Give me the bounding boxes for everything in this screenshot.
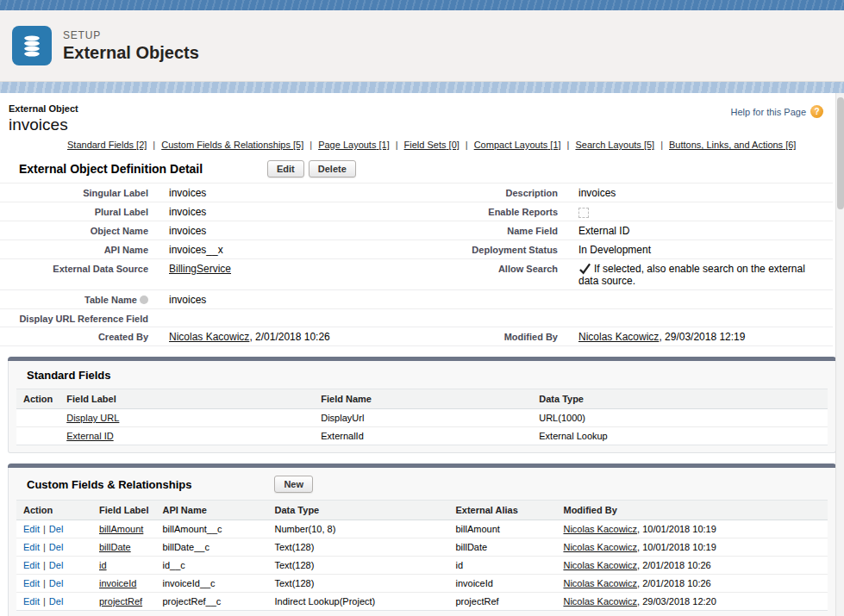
plural-label-value: invoices	[155, 202, 414, 221]
modified-by-cell: Nicolas Kacowicz, 29/03/2018 12:20	[556, 593, 828, 611]
data-type-cell: Indirect Lookup(Project)	[267, 593, 448, 611]
separator	[43, 578, 46, 588]
modified-by-user-link[interactable]: Nicolas Kacowicz	[578, 331, 659, 343]
new-button[interactable]: New	[274, 476, 313, 493]
field-label-link[interactable]: External ID	[66, 431, 113, 441]
data-type-cell: URL(1000)	[532, 409, 828, 427]
singular-label-value: invoices	[155, 184, 414, 202]
object-definition-detail: Singular Label invoices Description invo…	[0, 183, 833, 346]
column-header-data-type: Data Type	[532, 389, 828, 409]
edit-button[interactable]: Edit	[267, 160, 304, 177]
column-header-field-label: Field Label	[92, 501, 155, 520]
separator	[43, 560, 46, 570]
link-custom-fields[interactable]: Custom Fields & Relationships [5]	[161, 140, 303, 150]
object-name-label: Object Name	[0, 221, 155, 240]
api-name-cell: id__c	[155, 557, 267, 575]
action-cell	[16, 409, 59, 427]
action-cell: EditDel	[16, 538, 92, 557]
link-standard-fields[interactable]: Standard Fields [2]	[67, 140, 147, 150]
enable-reports-label: Enable Reports	[414, 202, 565, 221]
help-icon[interactable]	[810, 105, 823, 118]
field-label-link[interactable]: invoiceId	[99, 578, 136, 588]
link-search-layouts[interactable]: Search Layouts [5]	[575, 140, 654, 150]
data-type-cell: Text(128)	[267, 538, 448, 557]
enable-reports-value	[565, 202, 833, 221]
separator	[43, 542, 46, 552]
edit-link[interactable]: Edit	[23, 560, 40, 570]
data-type-cell: External Lookup	[532, 427, 828, 445]
modified-datetime: , 10/01/2018 10:19	[637, 524, 716, 534]
separator	[309, 140, 312, 150]
modified-by-user-link[interactable]: Nicolas Kacowicz	[563, 596, 637, 607]
modified-datetime: , 29/03/2018 12:19	[659, 331, 745, 343]
detail-section-title: External Object Definition Detail	[19, 162, 267, 176]
modified-by-user-link[interactable]: Nicolas Kacowicz	[563, 542, 637, 552]
api-name-cell: projectRef__c	[155, 593, 267, 611]
external-data-source-label: External Data Source	[0, 259, 155, 290]
edit-link[interactable]: Edit	[23, 542, 40, 552]
del-link[interactable]: Del	[49, 542, 64, 552]
link-page-layouts[interactable]: Page Layouts [1]	[318, 140, 390, 150]
modified-by-user-link[interactable]: Nicolas Kacowicz	[563, 524, 637, 534]
modified-datetime: , 2/01/2018 10:26	[637, 578, 711, 588]
decorative-band	[0, 82, 844, 93]
action-cell	[16, 427, 59, 445]
created-by-user-link[interactable]: Nicolas Kacowicz	[169, 331, 249, 343]
help-link-label: Help for this Page	[731, 107, 806, 117]
custom-fields-table: Action Field Label API Name Data Type Ex…	[16, 500, 828, 611]
field-label-link[interactable]: billAmount	[99, 524, 143, 534]
data-type-cell: Number(10, 8)	[267, 520, 448, 538]
api-name-cell: billDate__c	[155, 538, 267, 557]
modified-datetime: , 10/01/2018 10:19	[637, 542, 716, 552]
modified-by-user-link[interactable]: Nicolas Kacowicz	[563, 578, 637, 588]
edit-link[interactable]: Edit	[23, 524, 40, 534]
separator	[660, 140, 663, 150]
custom-fields-title: Custom Fields & Relationships	[27, 478, 191, 491]
description-value: invoices	[565, 184, 833, 202]
delete-button[interactable]: Delete	[309, 160, 356, 177]
table-row: External ID ExternalId External Lookup	[16, 427, 828, 445]
object-name-value: invoices	[155, 221, 414, 240]
field-label-link[interactable]: projectRef	[99, 596, 142, 607]
field-label-link[interactable]: billDate	[99, 542, 131, 552]
api-name-label: API Name	[0, 240, 155, 259]
empty-cell	[414, 290, 565, 309]
external-alias-cell: invoiceId	[448, 575, 556, 593]
separator	[43, 596, 46, 607]
modified-by-user-link[interactable]: Nicolas Kacowicz	[563, 560, 637, 570]
vertical-scrollbar[interactable]	[835, 93, 844, 616]
separator	[43, 524, 46, 534]
scrollbar-thumb[interactable]	[837, 97, 844, 209]
del-link[interactable]: Del	[49, 560, 64, 570]
column-header-external-alias: External Alias	[448, 501, 556, 520]
standard-fields-title: Standard Fields	[27, 369, 111, 382]
table-row: EditDel billAmount billAmount__c Number(…	[16, 520, 828, 538]
empty-cell	[414, 309, 565, 327]
action-cell: EditDel	[16, 593, 92, 611]
deployment-status-value: In Development	[565, 240, 833, 259]
del-link[interactable]: Del	[49, 596, 64, 607]
setup-header: SETUP External Objects	[0, 10, 844, 82]
external-data-source-link[interactable]: BillingService	[169, 263, 231, 275]
del-link[interactable]: Del	[49, 524, 64, 534]
link-compact-layouts[interactable]: Compact Layouts [1]	[474, 140, 561, 150]
api-name-cell: invoiceId__c	[155, 575, 267, 593]
table-row: EditDel billDate billDate__c Text(128) b…	[16, 538, 828, 557]
created-datetime: , 2/01/2018 10:26	[249, 331, 329, 343]
info-icon[interactable]	[140, 296, 148, 304]
external-alias-cell: billAmount	[448, 520, 556, 538]
edit-link[interactable]: Edit	[23, 578, 40, 588]
link-field-sets[interactable]: Field Sets [0]	[404, 140, 460, 150]
page-title: External Objects	[63, 43, 199, 63]
field-label-link[interactable]: Display URL	[66, 413, 119, 423]
link-buttons-links-actions[interactable]: Buttons, Links, and Actions [6]	[669, 140, 796, 150]
field-label-link[interactable]: id	[99, 560, 107, 570]
del-link[interactable]: Del	[49, 578, 64, 588]
help-for-this-page-link[interactable]: Help for this Page	[731, 105, 823, 118]
action-cell: EditDel	[16, 520, 92, 538]
column-header-field-name: Field Name	[314, 389, 532, 409]
column-header-data-type: Data Type	[267, 501, 448, 520]
modified-by-label: Modified By	[414, 327, 565, 346]
edit-link[interactable]: Edit	[23, 596, 40, 607]
setup-label: SETUP	[63, 29, 199, 41]
